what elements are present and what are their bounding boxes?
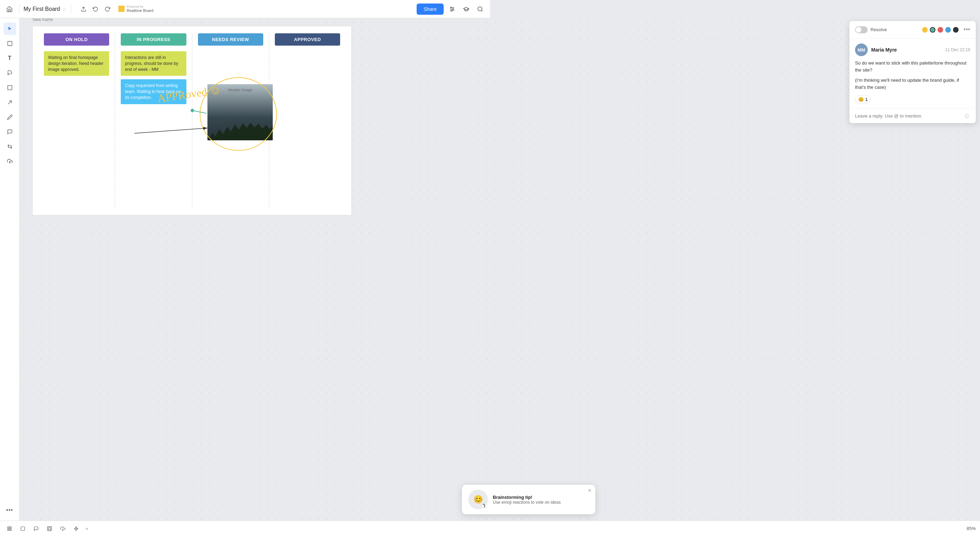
svg-point-7 bbox=[478, 7, 482, 11]
powered-by: Powered by Realtime Board bbox=[118, 5, 153, 13]
left-sidebar: T bbox=[0, 18, 20, 268]
svg-point-5 bbox=[453, 8, 454, 10]
search-button[interactable] bbox=[474, 3, 486, 15]
col-approved-header: APPROVED bbox=[275, 33, 340, 46]
pen-tool[interactable] bbox=[3, 111, 16, 124]
topbar-divider-1 bbox=[19, 4, 19, 14]
header-image-label: Header Image bbox=[207, 88, 273, 92]
svg-line-8 bbox=[481, 10, 482, 11]
col-in-progress-header: IN PROGRESS bbox=[121, 33, 186, 46]
col-in-progress: IN PROGRESS Interactions are still in pr… bbox=[115, 33, 192, 208]
col-needs-review-header: NEEDS REVIEW bbox=[198, 33, 263, 46]
share-button[interactable]: Share bbox=[417, 3, 444, 15]
realtime-board-logo bbox=[118, 6, 125, 12]
arrow-tool[interactable] bbox=[3, 96, 16, 109]
kanban-board: ON HOLD Waiting on final homepage design… bbox=[33, 26, 352, 215]
board-title-text: My First Board bbox=[24, 6, 60, 12]
svg-point-6 bbox=[451, 10, 452, 11]
upload-sidebar-tool[interactable] bbox=[3, 155, 16, 168]
star-icon[interactable]: ☆ bbox=[62, 6, 67, 12]
svg-line-11 bbox=[8, 101, 11, 104]
svg-point-4 bbox=[451, 7, 452, 8]
controls-button[interactable] bbox=[447, 3, 458, 15]
frame-tool[interactable] bbox=[3, 37, 16, 50]
topbar: My First Board ☆ Powered by bbox=[0, 0, 490, 18]
sticky-note-in-progress-2[interactable]: Copy requested from writing team. Waitin… bbox=[121, 79, 186, 104]
sticky-note-on-hold-1[interactable]: Waiting on final homepage design iterati… bbox=[44, 51, 109, 76]
undo-button[interactable] bbox=[90, 4, 101, 14]
topbar-right: Share bbox=[417, 3, 486, 15]
learn-button[interactable] bbox=[460, 3, 472, 15]
topbar-divider-2 bbox=[71, 4, 71, 14]
board-title-area: My First Board ☆ bbox=[24, 6, 67, 12]
board-frame: New frame ON HOLD Waiting on final homep… bbox=[32, 26, 352, 216]
cursor-tool[interactable] bbox=[3, 22, 16, 35]
header-image-inner: Header Image bbox=[207, 84, 273, 140]
comment-tool[interactable] bbox=[3, 125, 16, 138]
redo-button[interactable] bbox=[102, 4, 113, 14]
crop-tool[interactable] bbox=[3, 140, 16, 153]
header-image[interactable]: Header Image bbox=[207, 84, 273, 140]
sticky-note-in-progress-1[interactable]: Interactions are still in progress, shou… bbox=[121, 51, 186, 76]
rectangle-tool[interactable] bbox=[3, 81, 16, 94]
col-on-hold: ON HOLD Waiting on final homepage design… bbox=[38, 33, 115, 208]
svg-rect-9 bbox=[8, 41, 12, 46]
svg-rect-10 bbox=[8, 86, 12, 90]
frame-label: New frame bbox=[33, 18, 53, 22]
col-approved: APPROVED bbox=[269, 33, 346, 208]
canvas[interactable]: New frame ON HOLD Waiting on final homep… bbox=[20, 18, 490, 268]
powered-by-text: Powered by Realtime Board bbox=[127, 5, 153, 13]
upload-button[interactable] bbox=[78, 4, 89, 14]
sticky-note-tool[interactable] bbox=[3, 67, 16, 79]
home-button[interactable] bbox=[4, 4, 15, 14]
svg-rect-12 bbox=[8, 146, 11, 147]
text-tool[interactable]: T bbox=[3, 52, 16, 65]
col-on-hold-header: ON HOLD bbox=[44, 33, 109, 46]
tree-silhouette bbox=[207, 116, 273, 140]
topbar-actions bbox=[78, 4, 113, 14]
